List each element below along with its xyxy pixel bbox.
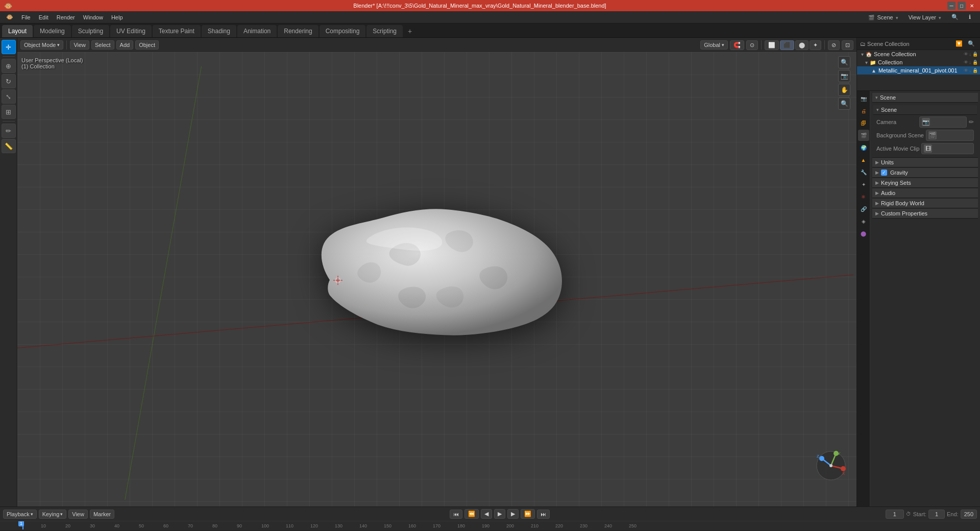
header-search[interactable]: 🔍 (947, 13, 963, 21)
annotate-tool-button[interactable]: ✏ (2, 124, 16, 138)
measure-tool-button[interactable]: 📏 (2, 139, 16, 153)
menu-blender[interactable]: 🐵 (2, 13, 17, 21)
prev-keyframe-btn[interactable]: ⏪ (464, 509, 479, 519)
rotate-tool-button[interactable]: ↻ (2, 74, 16, 88)
end-frame-field[interactable]: 250 (961, 510, 977, 519)
view-menu-timeline[interactable]: View (68, 510, 88, 519)
camera-edit-btn[interactable]: ✏ (969, 118, 974, 126)
outliner-item-collection[interactable]: ▾ 📁 Collection 👁 ↓ 🔒 (857, 58, 980, 66)
add-workspace-button[interactable]: + (404, 25, 416, 37)
bg-scene-value[interactable]: 🎬 (926, 130, 974, 141)
solid-shading[interactable]: ⬛ (780, 40, 794, 50)
tab-layout[interactable]: Layout (2, 25, 33, 37)
header-sep-3 (824, 40, 825, 50)
next-keyframe-btn[interactable]: ⏩ (521, 509, 535, 519)
modifier-properties-icon[interactable]: 🔧 (858, 166, 869, 178)
object-properties-icon[interactable]: ▲ (858, 154, 869, 165)
jump-end-btn[interactable]: ⏭ (537, 510, 550, 519)
playback-menu[interactable]: Playback ▾ (3, 510, 37, 519)
tab-animation[interactable]: Animation (237, 25, 277, 37)
physics-properties-icon[interactable]: ⚛ (858, 191, 869, 202)
audio-section-header[interactable]: ▶ Audio (872, 188, 978, 198)
add-menu[interactable]: Add (116, 40, 134, 50)
camera-value[interactable]: 📷 (919, 116, 967, 128)
play-btn[interactable]: ▶ (494, 509, 505, 519)
scene-subsection-header[interactable]: ▾ Scene (873, 105, 977, 115)
tick-160: 160 (408, 523, 416, 528)
output-properties-icon[interactable]: 🖨 (858, 105, 869, 116)
tick-50: 50 (139, 523, 144, 528)
scale-tool-button[interactable]: ⤡ (2, 89, 16, 104)
data-properties-icon[interactable]: ◈ (858, 215, 869, 227)
xray-toggle[interactable]: ⊡ (842, 40, 853, 50)
close-button[interactable]: ✕ (968, 2, 976, 10)
view-menu[interactable]: View (70, 40, 89, 50)
maximize-button[interactable]: □ (958, 2, 966, 10)
tab-shading[interactable]: Shading (202, 25, 236, 37)
proportional-edit[interactable]: ⊙ (746, 40, 758, 50)
step-forward-btn[interactable]: ▶ (507, 509, 519, 519)
tab-sculpting[interactable]: Sculpting (72, 25, 109, 37)
viewport[interactable]: Object Mode ▾ View Select Add Object Glo… (17, 38, 856, 506)
tab-texture-paint[interactable]: Texture Paint (153, 25, 201, 37)
keying-menu[interactable]: Keying ▾ (39, 510, 67, 519)
tab-rendering[interactable]: Rendering (278, 25, 318, 37)
outliner-item-scene-collection[interactable]: ▾ 🏠 Scene Collection 👁 ↓ 🔒 (857, 50, 980, 58)
scene-section-header[interactable]: ▾ Scene (872, 93, 978, 103)
select-menu[interactable]: Select (91, 40, 114, 50)
menu-help[interactable]: Help (107, 13, 127, 21)
menu-render[interactable]: Render (53, 13, 79, 21)
units-section-header[interactable]: ▶ Units (872, 158, 978, 167)
gravity-section-header[interactable]: ▶ ✓ Gravity (872, 168, 978, 178)
minimize-button[interactable]: ─ (947, 2, 955, 10)
jump-start-btn[interactable]: ⏮ (450, 510, 462, 519)
snap-button[interactable]: 🧲 (730, 40, 744, 50)
current-frame-field[interactable]: 1 (886, 510, 904, 519)
outliner-filter[interactable]: 🔽 (953, 38, 965, 50)
tab-modeling[interactable]: Modeling (34, 25, 71, 37)
move-tool-button[interactable]: ⊕ (2, 59, 16, 73)
transform-global[interactable]: Global ▾ (700, 40, 728, 50)
marker-menu[interactable]: Marker (90, 510, 114, 519)
tab-compositing[interactable]: Compositing (320, 25, 366, 37)
particles-properties-icon[interactable]: ✦ (858, 179, 869, 190)
step-back-btn[interactable]: ◀ (481, 509, 492, 519)
header-info[interactable]: ℹ (965, 13, 975, 21)
cursor-tool-button[interactable]: ✛ (2, 40, 16, 54)
constraints-properties-icon[interactable]: 🔗 (858, 203, 869, 214)
scene-properties-icon[interactable]: 🎬 (858, 130, 869, 141)
world-properties-icon[interactable]: 🌍 (858, 142, 869, 153)
wireframe-shading[interactable]: ⬜ (765, 40, 779, 50)
timeline-area[interactable]: 1 10 20 30 40 50 60 70 80 90 100 110 120… (0, 521, 980, 531)
material-shading[interactable]: ⬤ (795, 40, 808, 50)
gravity-checkbox[interactable]: ✓ (881, 170, 887, 176)
axis-gizmo[interactable]: Y X Z (815, 449, 847, 482)
outliner-search[interactable]: 🔍 (966, 38, 977, 50)
header-view-layer[interactable]: View Layer ▾ (904, 13, 945, 21)
overlay-toggle[interactable]: ⊘ (828, 40, 840, 50)
view-layer-properties-icon[interactable]: 🗐 (858, 117, 869, 129)
movie-clip-value[interactable]: 🎞 (921, 143, 974, 154)
tab-scripting[interactable]: Scripting (366, 25, 403, 37)
outliner-item-mineral[interactable]: ▲ Metallic_mineral_001_pivot.001 👁 ↓ 🔒 (857, 66, 980, 75)
menu-window[interactable]: Window (79, 13, 107, 21)
rigid-body-section-header[interactable]: ▶ Rigid Body World (872, 199, 978, 208)
scene-arrow: ▾ (875, 95, 878, 100)
keying-sets-section-header[interactable]: ▶ Keying Sets (872, 178, 978, 188)
tab-uv-editing[interactable]: UV Editing (110, 25, 152, 37)
viewport-zoom-icon[interactable]: 🔍 (838, 56, 850, 68)
object-menu[interactable]: Object (135, 40, 159, 50)
menu-edit[interactable]: Edit (35, 13, 53, 21)
rendered-shading[interactable]: ✦ (810, 40, 821, 50)
render-properties-icon[interactable]: 📷 (858, 93, 869, 104)
transform-tool-button[interactable]: ⊞ (2, 105, 16, 119)
viewport-camera-icon[interactable]: 📷 (838, 70, 850, 82)
viewport-hand-icon[interactable]: ✋ (838, 84, 850, 96)
viewport-search-icon[interactable]: 🔍 (838, 98, 850, 110)
mode-selector[interactable]: Object Mode ▾ (20, 40, 63, 50)
header-scene-label[interactable]: 🎬 Scene ▾ (864, 13, 902, 21)
menu-file[interactable]: File (17, 13, 35, 21)
material-properties-icon[interactable]: ⬤ (858, 228, 869, 239)
start-frame-field[interactable]: 1 (928, 510, 945, 519)
custom-props-section-header[interactable]: ▶ Custom Properties (872, 209, 978, 219)
